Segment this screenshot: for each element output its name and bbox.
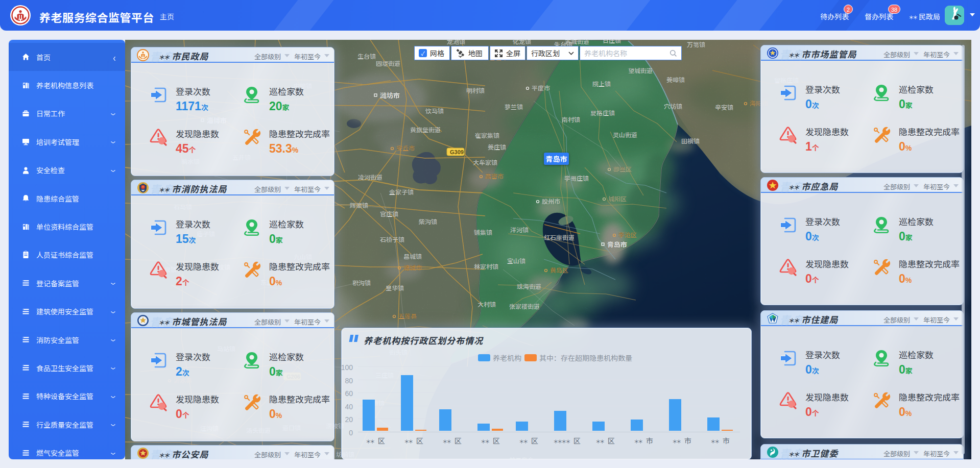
svg-text:李沧区: 李沧区	[618, 230, 637, 239]
svg-text:夏格庄镇: 夏格庄镇	[590, 108, 615, 117]
svg-text:日庄镇: 日庄镇	[603, 40, 621, 44]
svg-text:固堤街道: 固堤街道	[376, 59, 400, 67]
svg-text:辛安镇: 辛安镇	[715, 103, 733, 111]
svg-text:官庄镇: 官庄镇	[380, 209, 398, 218]
svg-text:皇华镇: 皇华镇	[386, 283, 404, 292]
svg-text:昌城镇: 昌城镇	[403, 252, 422, 260]
svg-text:饮马镇: 饮马镇	[425, 106, 444, 115]
svg-text:望城街道: 望城街道	[628, 66, 653, 75]
svg-text:金家子镇: 金家子镇	[389, 187, 414, 196]
svg-text:李哥庄镇: 李哥庄镇	[564, 174, 589, 182]
svg-text:万第镇: 万第镇	[687, 40, 705, 48]
svg-text:安丘市: 安丘市	[396, 143, 415, 152]
svg-text:凌河街道: 凌河街道	[358, 173, 383, 181]
svg-text:石桥子镇: 石桥子镇	[380, 235, 404, 243]
svg-text:蓼兰镇: 蓼兰镇	[505, 102, 523, 111]
svg-text:铺集镇: 铺集镇	[474, 228, 492, 236]
svg-text:南村镇: 南村镇	[562, 115, 580, 124]
svg-text:院上镇: 院上镇	[592, 79, 611, 88]
svg-text:红石崖街道: 红石崖街道	[544, 233, 575, 241]
svg-text:青岛市: 青岛市	[607, 239, 627, 249]
svg-text:柴沟镇: 柴沟镇	[419, 217, 437, 226]
svg-text:城阳区: 城阳区	[608, 194, 627, 203]
svg-text:崔家集镇: 崔家集镇	[475, 131, 499, 139]
svg-text:大村镇: 大村镇	[477, 300, 496, 308]
svg-text:化龙镇: 化龙镇	[513, 40, 531, 45]
svg-text:潍坊市: 潍坊市	[380, 90, 400, 100]
svg-text:林家村镇: 林家村镇	[474, 262, 498, 270]
svg-text:大牟家镇: 大牟家镇	[473, 158, 497, 166]
svg-text:田横镇: 田横镇	[681, 136, 700, 145]
svg-text:宝山镇: 宝山镇	[507, 256, 525, 265]
svg-text:生台镇: 生台镇	[357, 52, 376, 60]
svg-text:张家楼街道: 张家楼街道	[509, 302, 540, 310]
svg-text:积沟镇: 积沟镇	[352, 278, 371, 287]
svg-text:灵山街道: 灵山街道	[613, 130, 637, 139]
svg-text:辉渠镇: 辉渠镇	[350, 201, 368, 209]
svg-text:G309: G309	[450, 149, 464, 155]
svg-text:即墨区: 即墨区	[613, 164, 632, 173]
svg-text:明村镇: 明村镇	[466, 86, 485, 94]
svg-text:胶州市: 胶州市	[542, 196, 560, 205]
svg-text:平度市: 平度市	[532, 83, 550, 92]
svg-text:珠海街道: 珠海街道	[517, 282, 541, 290]
svg-text:黄旗堡街道: 黄旗堡街道	[410, 125, 441, 134]
svg-text:龙池镇: 龙池镇	[447, 40, 465, 45]
svg-text:诸城市: 诸城市	[403, 263, 422, 272]
svg-text:穴坊镇: 穴坊镇	[664, 102, 682, 110]
svg-text:洋河镇: 洋河镇	[510, 225, 529, 234]
svg-text:姜庄镇: 姜庄镇	[488, 142, 506, 151]
svg-text:高密市: 高密市	[485, 171, 504, 180]
svg-text:姜疃镇: 姜疃镇	[666, 75, 685, 84]
svg-text:五莲县: 五莲县	[398, 311, 417, 320]
svg-text:黄岛区: 黄岛区	[550, 265, 568, 274]
